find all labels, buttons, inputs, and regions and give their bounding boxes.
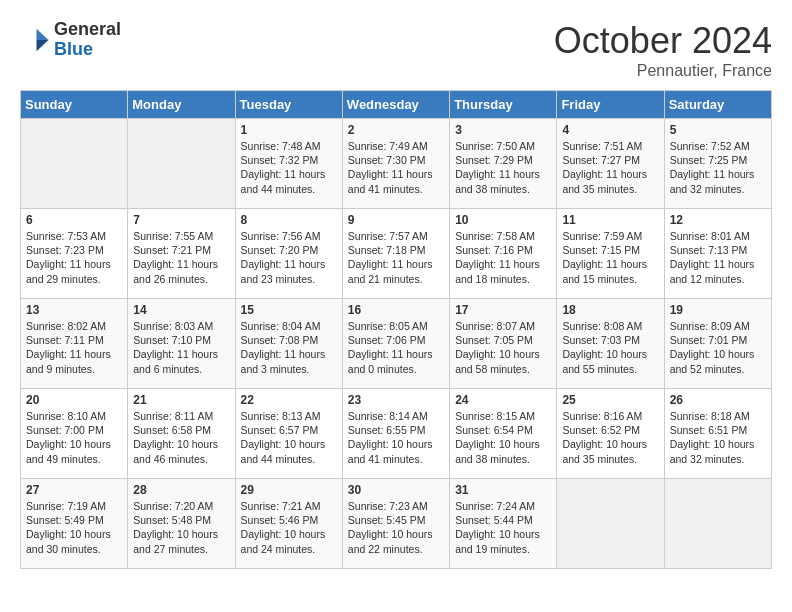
- cell-content: Sunrise: 8:13 AMSunset: 6:57 PMDaylight:…: [241, 409, 337, 466]
- header-cell-tuesday: Tuesday: [235, 91, 342, 119]
- week-row-0: 1Sunrise: 7:48 AMSunset: 7:32 PMDaylight…: [21, 119, 772, 209]
- day-number: 14: [133, 303, 229, 317]
- header-cell-sunday: Sunday: [21, 91, 128, 119]
- header-row: SundayMondayTuesdayWednesdayThursdayFrid…: [21, 91, 772, 119]
- calendar-cell: 19Sunrise: 8:09 AMSunset: 7:01 PMDayligh…: [664, 299, 771, 389]
- page-header: General Blue October 2024 Pennautier, Fr…: [20, 20, 772, 80]
- calendar-header: SundayMondayTuesdayWednesdayThursdayFrid…: [21, 91, 772, 119]
- day-number: 7: [133, 213, 229, 227]
- calendar-cell: 13Sunrise: 8:02 AMSunset: 7:11 PMDayligh…: [21, 299, 128, 389]
- cell-content: Sunrise: 7:21 AMSunset: 5:46 PMDaylight:…: [241, 499, 337, 556]
- calendar-cell: 17Sunrise: 8:07 AMSunset: 7:05 PMDayligh…: [450, 299, 557, 389]
- calendar-cell: 25Sunrise: 8:16 AMSunset: 6:52 PMDayligh…: [557, 389, 664, 479]
- cell-content: Sunrise: 8:07 AMSunset: 7:05 PMDaylight:…: [455, 319, 551, 376]
- cell-content: Sunrise: 8:11 AMSunset: 6:58 PMDaylight:…: [133, 409, 229, 466]
- cell-content: Sunrise: 7:57 AMSunset: 7:18 PMDaylight:…: [348, 229, 444, 286]
- week-row-1: 6Sunrise: 7:53 AMSunset: 7:23 PMDaylight…: [21, 209, 772, 299]
- calendar-cell: 27Sunrise: 7:19 AMSunset: 5:49 PMDayligh…: [21, 479, 128, 569]
- header-cell-monday: Monday: [128, 91, 235, 119]
- header-cell-friday: Friday: [557, 91, 664, 119]
- cell-content: Sunrise: 7:20 AMSunset: 5:48 PMDaylight:…: [133, 499, 229, 556]
- week-row-2: 13Sunrise: 8:02 AMSunset: 7:11 PMDayligh…: [21, 299, 772, 389]
- calendar-body: 1Sunrise: 7:48 AMSunset: 7:32 PMDaylight…: [21, 119, 772, 569]
- day-number: 25: [562, 393, 658, 407]
- calendar-cell: [664, 479, 771, 569]
- day-number: 27: [26, 483, 122, 497]
- calendar-cell: 12Sunrise: 8:01 AMSunset: 7:13 PMDayligh…: [664, 209, 771, 299]
- cell-content: Sunrise: 7:53 AMSunset: 7:23 PMDaylight:…: [26, 229, 122, 286]
- cell-content: Sunrise: 7:55 AMSunset: 7:21 PMDaylight:…: [133, 229, 229, 286]
- day-number: 1: [241, 123, 337, 137]
- cell-content: Sunrise: 8:03 AMSunset: 7:10 PMDaylight:…: [133, 319, 229, 376]
- header-cell-thursday: Thursday: [450, 91, 557, 119]
- cell-content: Sunrise: 7:19 AMSunset: 5:49 PMDaylight:…: [26, 499, 122, 556]
- day-number: 28: [133, 483, 229, 497]
- day-number: 3: [455, 123, 551, 137]
- day-number: 21: [133, 393, 229, 407]
- cell-content: Sunrise: 8:02 AMSunset: 7:11 PMDaylight:…: [26, 319, 122, 376]
- cell-content: Sunrise: 7:50 AMSunset: 7:29 PMDaylight:…: [455, 139, 551, 196]
- cell-content: Sunrise: 8:10 AMSunset: 7:00 PMDaylight:…: [26, 409, 122, 466]
- day-number: 29: [241, 483, 337, 497]
- calendar-cell: 16Sunrise: 8:05 AMSunset: 7:06 PMDayligh…: [342, 299, 449, 389]
- day-number: 6: [26, 213, 122, 227]
- cell-content: Sunrise: 7:58 AMSunset: 7:16 PMDaylight:…: [455, 229, 551, 286]
- week-row-4: 27Sunrise: 7:19 AMSunset: 5:49 PMDayligh…: [21, 479, 772, 569]
- calendar-cell: 23Sunrise: 8:14 AMSunset: 6:55 PMDayligh…: [342, 389, 449, 479]
- svg-marker-0: [37, 29, 49, 40]
- cell-content: Sunrise: 8:15 AMSunset: 6:54 PMDaylight:…: [455, 409, 551, 466]
- logo-blue: Blue: [54, 40, 121, 60]
- calendar-cell: 26Sunrise: 8:18 AMSunset: 6:51 PMDayligh…: [664, 389, 771, 479]
- cell-content: Sunrise: 7:24 AMSunset: 5:44 PMDaylight:…: [455, 499, 551, 556]
- cell-content: Sunrise: 8:04 AMSunset: 7:08 PMDaylight:…: [241, 319, 337, 376]
- calendar-cell: 8Sunrise: 7:56 AMSunset: 7:20 PMDaylight…: [235, 209, 342, 299]
- calendar-cell: 1Sunrise: 7:48 AMSunset: 7:32 PMDaylight…: [235, 119, 342, 209]
- calendar-cell: 6Sunrise: 7:53 AMSunset: 7:23 PMDaylight…: [21, 209, 128, 299]
- day-number: 12: [670, 213, 766, 227]
- logo-icon: [20, 25, 50, 55]
- day-number: 5: [670, 123, 766, 137]
- logo-text: General Blue: [54, 20, 121, 60]
- title-block: October 2024 Pennautier, France: [554, 20, 772, 80]
- calendar-cell: 20Sunrise: 8:10 AMSunset: 7:00 PMDayligh…: [21, 389, 128, 479]
- calendar-cell: 21Sunrise: 8:11 AMSunset: 6:58 PMDayligh…: [128, 389, 235, 479]
- cell-content: Sunrise: 8:08 AMSunset: 7:03 PMDaylight:…: [562, 319, 658, 376]
- logo-general: General: [54, 20, 121, 40]
- cell-content: Sunrise: 8:18 AMSunset: 6:51 PMDaylight:…: [670, 409, 766, 466]
- day-number: 8: [241, 213, 337, 227]
- cell-content: Sunrise: 7:23 AMSunset: 5:45 PMDaylight:…: [348, 499, 444, 556]
- calendar-cell: 24Sunrise: 8:15 AMSunset: 6:54 PMDayligh…: [450, 389, 557, 479]
- day-number: 30: [348, 483, 444, 497]
- calendar-cell: 15Sunrise: 8:04 AMSunset: 7:08 PMDayligh…: [235, 299, 342, 389]
- calendar-cell: 30Sunrise: 7:23 AMSunset: 5:45 PMDayligh…: [342, 479, 449, 569]
- day-number: 22: [241, 393, 337, 407]
- calendar-cell: 3Sunrise: 7:50 AMSunset: 7:29 PMDaylight…: [450, 119, 557, 209]
- calendar-cell: 2Sunrise: 7:49 AMSunset: 7:30 PMDaylight…: [342, 119, 449, 209]
- week-row-3: 20Sunrise: 8:10 AMSunset: 7:00 PMDayligh…: [21, 389, 772, 479]
- month-title: October 2024: [554, 20, 772, 62]
- calendar-cell: [21, 119, 128, 209]
- calendar-cell: 7Sunrise: 7:55 AMSunset: 7:21 PMDaylight…: [128, 209, 235, 299]
- cell-content: Sunrise: 7:49 AMSunset: 7:30 PMDaylight:…: [348, 139, 444, 196]
- calendar-cell: 10Sunrise: 7:58 AMSunset: 7:16 PMDayligh…: [450, 209, 557, 299]
- day-number: 31: [455, 483, 551, 497]
- cell-content: Sunrise: 7:59 AMSunset: 7:15 PMDaylight:…: [562, 229, 658, 286]
- calendar-cell: 11Sunrise: 7:59 AMSunset: 7:15 PMDayligh…: [557, 209, 664, 299]
- cell-content: Sunrise: 8:14 AMSunset: 6:55 PMDaylight:…: [348, 409, 444, 466]
- day-number: 26: [670, 393, 766, 407]
- day-number: 16: [348, 303, 444, 317]
- calendar-cell: [557, 479, 664, 569]
- day-number: 17: [455, 303, 551, 317]
- calendar-cell: [128, 119, 235, 209]
- calendar-table: SundayMondayTuesdayWednesdayThursdayFrid…: [20, 90, 772, 569]
- calendar-cell: 29Sunrise: 7:21 AMSunset: 5:46 PMDayligh…: [235, 479, 342, 569]
- calendar-cell: 5Sunrise: 7:52 AMSunset: 7:25 PMDaylight…: [664, 119, 771, 209]
- cell-content: Sunrise: 8:01 AMSunset: 7:13 PMDaylight:…: [670, 229, 766, 286]
- day-number: 18: [562, 303, 658, 317]
- cell-content: Sunrise: 7:48 AMSunset: 7:32 PMDaylight:…: [241, 139, 337, 196]
- location-subtitle: Pennautier, France: [554, 62, 772, 80]
- day-number: 11: [562, 213, 658, 227]
- day-number: 24: [455, 393, 551, 407]
- cell-content: Sunrise: 7:51 AMSunset: 7:27 PMDaylight:…: [562, 139, 658, 196]
- day-number: 20: [26, 393, 122, 407]
